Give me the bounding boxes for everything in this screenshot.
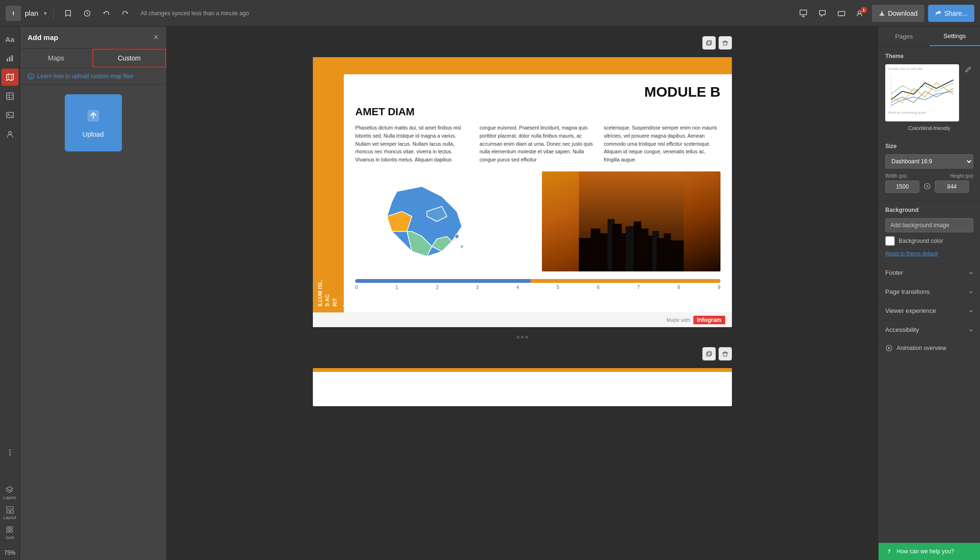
frame2-header xyxy=(313,368,732,372)
help-icon: ? xyxy=(885,548,893,555)
layers-tool[interactable]: Layers xyxy=(0,484,19,502)
team-tool-btn[interactable] xyxy=(1,126,19,143)
theme-section: Theme Double-click to add title xyxy=(879,47,980,137)
background-label: Background xyxy=(885,207,973,213)
more-tool-btn[interactable] xyxy=(1,444,19,461)
duplicate-frame1-btn[interactable] xyxy=(702,36,716,50)
svg-rect-10 xyxy=(11,55,13,61)
height-label: Height (px) xyxy=(950,173,973,179)
background-section: Background Add background image Backgrou… xyxy=(879,201,980,263)
module-title: MODULE B xyxy=(644,84,720,100)
chart-tool-btn[interactable] xyxy=(1,50,19,67)
divider-1 xyxy=(53,8,54,19)
svg-point-20 xyxy=(9,454,10,456)
accessibility-item[interactable]: Accessibility xyxy=(879,320,980,340)
page-transitions-item[interactable]: Page transitions xyxy=(879,282,980,301)
device-btn[interactable] xyxy=(834,6,849,21)
present-btn[interactable] xyxy=(796,6,811,21)
size-preset-select[interactable]: Dashboard 16:9 xyxy=(885,154,973,169)
tab-settings[interactable]: Settings xyxy=(930,27,980,46)
tab-custom[interactable]: Custom xyxy=(92,49,167,68)
viewer-experience-chevron-icon xyxy=(969,309,973,313)
page-transitions-chevron-icon xyxy=(969,290,973,294)
theme-edit-btn[interactable] xyxy=(963,64,973,76)
history-btn[interactable] xyxy=(80,6,95,21)
add-background-image-btn[interactable]: Add background image xyxy=(885,218,973,232)
tab-maps[interactable]: Maps xyxy=(20,49,92,68)
section-title: AMET DIAM xyxy=(355,106,415,118)
title-chevron-icon[interactable]: ▾ xyxy=(44,10,47,17)
reset-theme-link[interactable]: Reset to theme default xyxy=(885,250,938,256)
footer-chevron-icon xyxy=(969,270,973,275)
footer-item[interactable]: Footer xyxy=(879,263,980,282)
learn-more-link[interactable]: Learn how to upload custom map files xyxy=(37,73,133,80)
svg-rect-21 xyxy=(7,507,13,509)
panel-info: i Learn how to upload custom map files xyxy=(20,68,166,85)
help-btn[interactable]: ? How can we help you? xyxy=(879,543,980,560)
duplicate-frame2-btn[interactable] xyxy=(702,347,716,360)
theme-preview[interactable]: Double-click to add title W xyxy=(885,64,959,121)
icon-sidebar-bottom: Layers Layout Grid 75% xyxy=(0,484,19,560)
tab-pages[interactable]: Pages xyxy=(879,27,930,46)
main-layout: Aa Layers Layout xyxy=(0,27,980,560)
panel-title: Add map xyxy=(28,33,58,41)
collaborate-btn[interactable]: 1 xyxy=(853,6,868,21)
text-tool-btn[interactable]: Aa xyxy=(1,30,19,48)
delete-frame2-btn[interactable] xyxy=(719,347,732,360)
svg-text:?: ? xyxy=(888,549,890,554)
bg-color-row: Background color xyxy=(885,236,973,246)
upload-icon xyxy=(86,108,101,127)
canvas-drag-handle[interactable] xyxy=(514,333,531,341)
layout-tool[interactable]: Layout xyxy=(0,504,19,522)
bg-color-swatch[interactable] xyxy=(885,236,895,246)
map-svg xyxy=(355,171,489,271)
page-transitions-label: Page transitions xyxy=(885,288,930,295)
svg-rect-49 xyxy=(668,240,683,271)
table-tool-btn[interactable] xyxy=(1,88,19,105)
redo-btn[interactable] xyxy=(118,6,133,21)
delete-frame1-btn[interactable] xyxy=(719,36,732,50)
image-tool-btn[interactable] xyxy=(1,107,19,124)
svg-rect-26 xyxy=(7,530,9,532)
grid-label: Grid xyxy=(6,535,14,540)
svg-point-33 xyxy=(455,234,459,238)
svg-rect-32 xyxy=(708,40,711,44)
map-visual xyxy=(355,171,534,273)
info-icon: i xyxy=(28,73,34,80)
viewer-experience-label: Viewer experience xyxy=(885,307,936,314)
bookmark-btn[interactable] xyxy=(60,6,76,21)
topbar-right: 1 Download Share... xyxy=(796,5,974,22)
grid-tool[interactable]: Grid xyxy=(3,524,17,542)
col3-text: scelerisque. Suspendisse semper enim non… xyxy=(604,124,720,164)
app-logo: I xyxy=(6,6,21,21)
animation-icon xyxy=(885,344,893,352)
left-panel: Add map × Maps Custom i Learn how to upl… xyxy=(20,27,167,560)
footer-label: Footer xyxy=(885,269,903,276)
size-section: Size Dashboard 16:9 Width (px) Height (p… xyxy=(879,137,980,201)
share-label: Share... xyxy=(944,10,968,17)
height-input[interactable] xyxy=(935,180,969,193)
size-dimensions xyxy=(885,180,973,193)
scale-labels: 0123456789 xyxy=(355,285,720,290)
svg-rect-5 xyxy=(840,15,842,16)
scale-bar-row: 0123456789 xyxy=(355,279,720,290)
panel-close-btn[interactable]: × xyxy=(153,32,159,42)
svg-rect-9 xyxy=(9,57,10,61)
map-tool-btn[interactable] xyxy=(1,69,19,86)
undo-btn[interactable] xyxy=(99,6,114,21)
infogram-logo: Infogram xyxy=(693,316,725,324)
svg-rect-8 xyxy=(7,59,8,61)
animation-overview-item[interactable]: Animation overview xyxy=(879,340,980,357)
upload-btn[interactable]: Upload xyxy=(65,94,122,151)
width-input[interactable] xyxy=(885,180,920,193)
scale-bar xyxy=(355,279,720,283)
svg-point-18 xyxy=(9,450,10,451)
download-btn[interactable]: Download xyxy=(872,5,924,22)
comment-btn[interactable] xyxy=(815,6,830,21)
project-title[interactable]: plan xyxy=(25,9,38,17)
share-btn[interactable]: Share... xyxy=(928,5,974,22)
viewer-experience-item[interactable]: Viewer experience xyxy=(879,301,980,320)
frame-body: ILLUM ISL,S ACRIT,VELA.LUSTUMIT. MODULE … xyxy=(313,74,732,312)
svg-text:I: I xyxy=(12,10,14,16)
svg-rect-23 xyxy=(10,510,13,513)
